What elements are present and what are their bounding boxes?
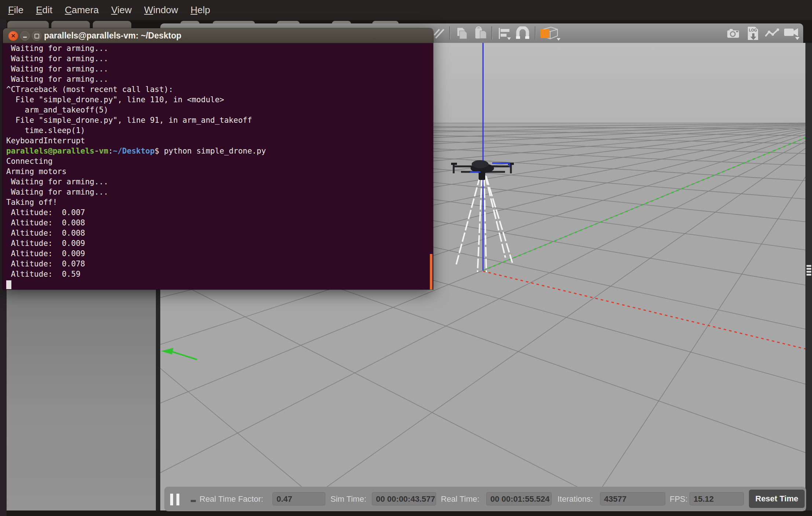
terminal-line: Altitude: 0.59: [6, 269, 433, 279]
real-time-factor-label: Real Time Factor:: [200, 487, 263, 511]
left-panel-tab-1[interactable]: [7, 21, 49, 29]
snap-icon[interactable]: [514, 26, 531, 40]
step-button[interactable]: [191, 500, 196, 502]
record-video-icon[interactable]: [783, 26, 801, 40]
left-panel-tab-3[interactable]: [93, 21, 131, 29]
terminal-line: KeyboardInterrupt: [6, 136, 433, 146]
log-icon-text: LOG: [749, 28, 757, 32]
terminal-cursor-line: [6, 279, 433, 290]
terminal-line: Altitude: 0.078: [6, 259, 433, 269]
terminal-prompt-line: parallels@parallels-vm:~/Desktop$ python…: [6, 146, 433, 156]
terminal-output: Waiting for arming... Waiting for arming…: [3, 43, 433, 290]
terminal-line: File "simple_drone.py", line 91, in arm_…: [6, 115, 433, 125]
terminal-line: arm_and_takeoff(5): [6, 105, 433, 115]
sim-time-label: Sim Time:: [330, 487, 366, 511]
scale-icon[interactable]: [432, 26, 447, 40]
menu-view[interactable]: View: [111, 4, 132, 16]
menu-help[interactable]: Help: [191, 4, 210, 16]
menu-file[interactable]: File: [8, 4, 23, 16]
terminal-line: Altitude: 0.007: [6, 207, 433, 218]
iterations-label: Iterations:: [557, 487, 593, 511]
gazebo-desktop: File Edit Camera View Window Help: [0, 0, 812, 516]
toolbar-separator: [535, 26, 536, 40]
terminal-line: Waiting for arming...: [6, 177, 433, 187]
terminal-line: Arming motors: [6, 166, 433, 177]
toolbar-separator: [449, 26, 450, 40]
prompt-path: ~/Desktop: [113, 147, 155, 155]
terminal-line: Waiting for arming...: [6, 43, 433, 54]
close-icon[interactable]: ✕: [8, 31, 18, 41]
terminal-title: parallels@parallels-vm: ~/Desktop: [44, 28, 182, 43]
terminal-line: Altitude: 0.009: [6, 238, 433, 248]
left-panel-tab-2[interactable]: [51, 21, 90, 29]
minimize-icon[interactable]: [20, 31, 30, 41]
menu-edit[interactable]: Edit: [36, 4, 52, 16]
prompt-command: $ python simple_drone.py: [155, 147, 266, 155]
terminal-line: Waiting for arming...: [6, 54, 433, 64]
reset-time-button[interactable]: Reset Time: [749, 490, 805, 508]
terminal-cursor: [6, 280, 11, 289]
terminal-scrollbar[interactable]: [430, 254, 432, 290]
log-icon[interactable]: LOG: [745, 26, 761, 40]
align-icon[interactable]: [495, 26, 513, 40]
terminal-line: Altitude: 0.008: [6, 218, 433, 228]
prompt-colon: :: [108, 147, 113, 155]
real-time-factor-value[interactable]: 0.47: [273, 492, 325, 505]
terminal-line: Connecting: [6, 156, 433, 166]
terminal-line: Altitude: 0.008: [6, 228, 433, 238]
splitter-grip[interactable]: [806, 264, 811, 277]
terminal-line: Taking off!: [6, 197, 433, 207]
right-splitter[interactable]: [805, 43, 812, 511]
maximize-icon[interactable]: [32, 31, 41, 41]
terminal-line: Waiting for arming...: [6, 64, 433, 74]
terminal-line: Altitude: 0.009: [6, 248, 433, 259]
fps-value[interactable]: 15.12: [690, 492, 744, 505]
pause-button[interactable]: [168, 493, 183, 506]
sim-time-value[interactable]: 00 00:00:43.577: [372, 492, 436, 505]
terminal-line: File "simple_drone.py", line 110, in <mo…: [6, 95, 433, 105]
copy-icon[interactable]: [454, 26, 471, 40]
real-time-label: Real Time:: [441, 487, 479, 511]
menu-window[interactable]: Window: [144, 4, 178, 16]
menu-bar: File Edit Camera View Window Help: [0, 0, 812, 20]
menu-camera[interactable]: Camera: [65, 4, 99, 16]
terminal-line: Waiting for arming...: [6, 74, 433, 84]
prompt-user: parallels@parallels-vm: [6, 147, 108, 155]
terminal-line: ^CTraceback (most recent call last):: [6, 84, 433, 95]
terminal-window[interactable]: ✕ parallels@parallels-vm: ~/Desktop Wait…: [3, 28, 433, 290]
view-cube-icon[interactable]: [538, 26, 562, 40]
toolbar-separator: [491, 26, 493, 40]
status-bar: Real Time Factor: 0.47 Sim Time: 00 00:0…: [164, 487, 806, 511]
plot-icon[interactable]: [764, 26, 780, 40]
screenshot-icon[interactable]: [726, 26, 741, 40]
terminal-titlebar[interactable]: ✕ parallels@parallels-vm: ~/Desktop: [3, 28, 433, 43]
real-time-value[interactable]: 00 00:01:55.524: [486, 492, 552, 505]
terminal-line: Waiting for arming...: [6, 187, 433, 197]
paste-icon[interactable]: [472, 26, 490, 40]
fps-label: FPS:: [670, 487, 688, 511]
iterations-value[interactable]: 43577: [600, 492, 665, 505]
terminal-line: time.sleep(1): [6, 125, 433, 136]
